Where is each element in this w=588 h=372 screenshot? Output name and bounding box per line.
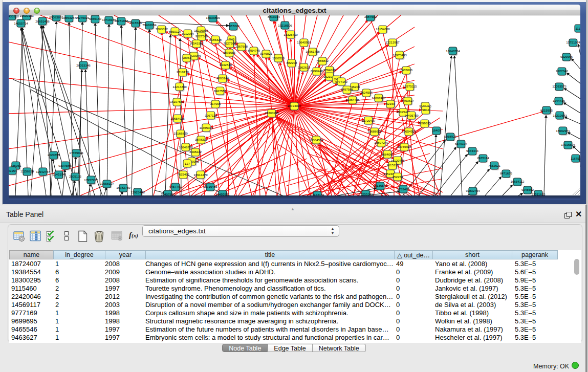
svg-text:1588520: 1588520 (272, 56, 285, 60)
svg-text:3498222: 3498222 (189, 150, 202, 154)
svg-text:16914479: 16914479 (193, 173, 208, 177)
svg-text:6379197: 6379197 (455, 142, 468, 145)
svg-text:2087682: 2087682 (364, 15, 377, 18)
svg-text:17957225: 17957225 (84, 178, 98, 182)
svg-text:16971955: 16971955 (114, 19, 128, 23)
svg-text:5938923: 5938923 (444, 135, 457, 138)
svg-text:7515526: 7515526 (129, 21, 142, 25)
svg-text:62160: 62160 (386, 102, 395, 105)
svg-text:15276021: 15276021 (75, 16, 90, 19)
svg-text:9242848: 9242848 (220, 63, 232, 67)
svg-text:9457791: 9457791 (169, 185, 182, 188)
svg-text:6794028: 6794028 (323, 68, 336, 72)
svg-text:3878332: 3878332 (195, 138, 208, 141)
svg-text:15751074: 15751074 (566, 40, 580, 44)
svg-text:9245652: 9245652 (521, 188, 534, 191)
svg-text:8427552: 8427552 (214, 89, 227, 93)
svg-text:3912954: 3912954 (182, 32, 194, 35)
svg-text:2367608: 2367608 (235, 45, 248, 48)
svg-text:2803144: 2803144 (216, 76, 229, 80)
svg-text:16107552: 16107552 (170, 100, 184, 103)
svg-text:9146821: 9146821 (260, 52, 273, 55)
svg-text:6497568: 6497568 (341, 87, 354, 91)
svg-text:19166829: 19166829 (173, 132, 188, 135)
svg-text:15716485: 15716485 (203, 185, 217, 188)
svg-text:16543382: 16543382 (189, 41, 204, 45)
svg-text:13325419: 13325419 (284, 33, 298, 36)
svg-text:2718170: 2718170 (177, 70, 189, 74)
svg-text:2020655: 2020655 (48, 153, 60, 157)
svg-text:15692971: 15692971 (556, 129, 570, 133)
svg-text:7663822: 7663822 (156, 27, 168, 31)
svg-text:1244415: 1244415 (553, 99, 565, 102)
svg-text:8813014: 8813014 (268, 15, 280, 18)
svg-text:252254: 252254 (393, 175, 403, 179)
svg-text:5684067: 5684067 (381, 152, 394, 156)
svg-text:16033809: 16033809 (206, 16, 220, 19)
svg-text:10973493: 10973493 (393, 53, 407, 57)
svg-text:9327509: 9327509 (195, 34, 208, 38)
svg-text:15226058: 15226058 (194, 29, 208, 32)
svg-text:8990448: 8990448 (311, 69, 323, 73)
svg-text:93975887: 93975887 (58, 164, 73, 167)
svg-text:127: 127 (185, 162, 190, 165)
svg-text:11355394: 11355394 (199, 126, 213, 129)
svg-text:7857224: 7857224 (227, 24, 240, 28)
svg-text:1362615: 1362615 (298, 65, 311, 69)
svg-text:11156829: 11156829 (20, 169, 34, 173)
svg-text:8186328: 8186328 (209, 38, 222, 41)
svg-text:1615112: 1615112 (386, 163, 399, 167)
svg-text:12213369: 12213369 (172, 85, 187, 89)
svg-text:10653267: 10653267 (62, 16, 76, 19)
svg-text:3624554: 3624554 (360, 91, 373, 94)
svg-text:89083863: 89083863 (49, 15, 63, 19)
svg-text:13640910: 13640910 (297, 40, 311, 44)
svg-text:16648764: 16648764 (446, 49, 460, 53)
svg-text:16782759: 16782759 (116, 186, 130, 189)
svg-text:9329966: 9329966 (560, 55, 573, 58)
svg-text:9899695: 9899695 (419, 121, 431, 125)
svg-text:14136541: 14136541 (373, 184, 387, 187)
svg-text:882203: 882203 (287, 61, 297, 64)
svg-text:14495759: 14495759 (404, 114, 419, 117)
svg-text:12975115: 12975115 (403, 84, 417, 88)
svg-text:9844: 9844 (422, 108, 429, 112)
svg-text:1733426: 1733426 (397, 187, 410, 191)
svg-text:18724007: 18724007 (287, 104, 301, 107)
svg-text:16409: 16409 (432, 128, 441, 132)
svg-text:14055714: 14055714 (14, 21, 28, 25)
svg-text:317006: 317006 (210, 102, 221, 105)
svg-text:39154: 39154 (8, 169, 17, 172)
svg-text:79402654: 79402654 (142, 23, 157, 27)
svg-text:2505135: 2505135 (69, 174, 82, 178)
svg-text:9327508: 9327508 (224, 41, 236, 45)
svg-text:6466160: 6466160 (89, 17, 102, 20)
svg-text:25300295: 25300295 (265, 111, 279, 115)
svg-text:10688609: 10688609 (367, 129, 382, 133)
svg-text:7485003: 7485003 (400, 68, 413, 72)
svg-text:10807487: 10807487 (372, 96, 386, 100)
svg-text:8471676: 8471676 (500, 171, 513, 175)
svg-text:17359924: 17359924 (69, 151, 83, 155)
svg-text:20691406: 20691406 (35, 19, 50, 23)
svg-text:16210643: 16210643 (553, 114, 567, 117)
svg-text:7955812: 7955812 (316, 59, 329, 62)
svg-text:7625402: 7625402 (177, 172, 190, 176)
svg-text:1117: 1117 (576, 27, 582, 30)
svg-text:98963: 98963 (182, 56, 191, 59)
svg-text:19384554: 19384554 (309, 138, 323, 142)
svg-text:12923448: 12923448 (130, 190, 145, 194)
svg-text:3267110: 3267110 (205, 114, 217, 117)
svg-text:20364436: 20364436 (345, 98, 360, 101)
svg-text:8454749: 8454749 (248, 49, 260, 52)
svg-text:16961758: 16961758 (306, 50, 320, 53)
svg-text:12942737: 12942737 (36, 170, 50, 173)
svg-text:10654112: 10654112 (510, 180, 525, 183)
svg-text:16154808: 16154808 (376, 27, 390, 31)
svg-text:8660124: 8660124 (169, 30, 182, 33)
svg-text:17016504: 17016504 (561, 143, 575, 146)
svg-text:2935114: 2935114 (477, 156, 489, 160)
svg-text:12093573: 12093573 (552, 84, 567, 88)
svg-text:10958107: 10958107 (100, 182, 114, 185)
svg-text:7632621: 7632621 (488, 164, 501, 167)
